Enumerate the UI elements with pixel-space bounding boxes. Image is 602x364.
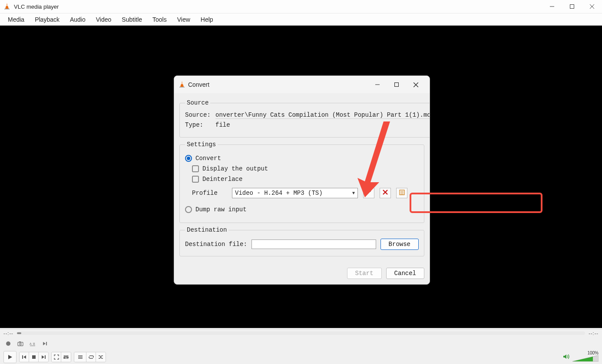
dialog-title: Convert [188, 81, 209, 88]
start-button[interactable]: Start [347, 268, 382, 279]
fullscreen-button[interactable] [52, 352, 61, 362]
playback-controls: --:-- --:-- AB 100% [0, 329, 602, 364]
menu-view[interactable]: View [172, 14, 195, 25]
svg-rect-19 [32, 355, 36, 359]
destination-file-input[interactable] [251, 239, 376, 249]
source-value: onverter\Funny Cats Compilation (Most Po… [215, 111, 430, 119]
menu-video[interactable]: Video [91, 14, 117, 25]
view-group [51, 352, 71, 362]
titlebar: VLC media player [0, 0, 602, 13]
dump-raw-radio[interactable] [185, 206, 192, 213]
svg-rect-17 [22, 355, 23, 359]
window-title: VLC media player [14, 3, 59, 10]
edit-profile-button[interactable] [363, 188, 374, 198]
svg-rect-2 [6, 5, 8, 6]
display-output-checkbox[interactable] [192, 165, 199, 172]
source-label: Source: [185, 111, 211, 119]
previous-button[interactable] [20, 352, 29, 362]
svg-point-10 [20, 343, 21, 345]
svg-rect-9 [18, 342, 23, 346]
window-close-button[interactable] [582, 0, 602, 13]
svg-rect-26 [65, 356, 67, 357]
window-maximize-button[interactable] [562, 0, 582, 13]
loop-button[interactable] [86, 352, 96, 362]
svg-rect-39 [181, 82, 183, 83]
svg-rect-5 [570, 5, 574, 9]
dialog-titlebar: Convert [174, 76, 430, 93]
x-icon [383, 190, 388, 197]
svg-text:B: B [33, 342, 35, 345]
volume-percent: 100% [587, 351, 599, 355]
convert-radio[interactable] [185, 155, 192, 162]
svg-rect-1 [4, 9, 10, 10]
profile-value: Video - H.264 + MP3 (TS) [235, 190, 352, 197]
profile-dropdown[interactable]: Video - H.264 + MP3 (TS) ▼ [232, 188, 358, 198]
wrench-icon [366, 189, 372, 197]
cancel-button[interactable]: Cancel [386, 268, 424, 279]
settings-legend: Settings [185, 141, 218, 148]
next-button[interactable] [39, 352, 48, 362]
svg-rect-27 [67, 357, 69, 358]
menu-help[interactable]: Help [195, 14, 218, 25]
menu-audio[interactable]: Audio [65, 14, 91, 25]
profile-label: Profile [192, 190, 227, 197]
dialog-close-button[interactable] [406, 77, 425, 92]
svg-rect-21 [45, 355, 46, 359]
svg-rect-11 [19, 341, 21, 342]
chevron-down-icon: ▼ [352, 191, 355, 196]
type-label: Type: [185, 121, 211, 128]
shuffle-button[interactable] [96, 352, 106, 362]
convert-dialog: Convert Source Source: onverter\Funny Ca… [174, 75, 430, 285]
volume-slider[interactable] [572, 355, 599, 364]
new-profile-button[interactable] [396, 188, 407, 198]
menu-media[interactable]: Media [3, 14, 30, 25]
speaker-icon[interactable] [563, 354, 570, 361]
vlc-cone-icon [3, 3, 10, 11]
svg-rect-38 [181, 83, 183, 84]
svg-rect-3 [6, 4, 8, 5]
destination-legend: Destination [185, 226, 228, 233]
seek-slider[interactable] [17, 331, 585, 335]
source-legend: Source [185, 99, 210, 106]
record-button[interactable] [3, 339, 13, 348]
svg-text:A: A [30, 342, 32, 345]
svg-point-8 [6, 341, 10, 346]
svg-rect-15 [46, 342, 47, 345]
dump-raw-label: Dump raw input [195, 206, 247, 213]
play-button[interactable] [3, 351, 17, 363]
destination-file-label: Destination file: [185, 241, 247, 248]
svg-marker-20 [42, 355, 44, 359]
dialog-minimize-button[interactable] [368, 77, 387, 92]
deinterlace-label: Deinterlace [202, 176, 242, 183]
display-output-label: Display the output [202, 165, 268, 172]
delete-profile-button[interactable] [380, 188, 391, 198]
browse-button[interactable]: Browse [380, 239, 419, 250]
source-group: Source Source: onverter\Funny Cats Compi… [179, 99, 430, 138]
dialog-maximize-button[interactable] [387, 77, 406, 92]
svg-marker-18 [23, 355, 26, 359]
menu-subtitle[interactable]: Subtitle [116, 14, 147, 25]
time-remaining: --:-- [589, 331, 599, 336]
menu-playback[interactable]: Playback [30, 14, 65, 25]
deinterlace-checkbox[interactable] [192, 176, 199, 183]
type-value: file [215, 121, 430, 128]
svg-marker-14 [43, 342, 46, 345]
playlist-button[interactable] [74, 352, 86, 362]
transport-group [19, 352, 49, 362]
list-group [74, 352, 106, 362]
svg-rect-37 [179, 87, 185, 88]
settings-group: Settings Convert Display the output Dein… [179, 141, 424, 223]
destination-group: Destination Destination file: Browse [179, 226, 424, 256]
stop-button[interactable] [29, 352, 39, 362]
atob-loop-button[interactable]: AB [28, 339, 37, 348]
time-elapsed: --:-- [3, 331, 13, 336]
dialog-footer: Start Cancel [174, 265, 430, 284]
svg-marker-16 [8, 355, 12, 359]
svg-rect-41 [395, 83, 399, 87]
window-minimize-button[interactable] [542, 0, 562, 13]
menu-tools[interactable]: Tools [147, 14, 172, 25]
snapshot-button[interactable] [16, 339, 25, 348]
extended-settings-button[interactable] [61, 352, 71, 362]
vlc-cone-icon [179, 81, 185, 89]
frame-step-button[interactable] [40, 339, 50, 348]
